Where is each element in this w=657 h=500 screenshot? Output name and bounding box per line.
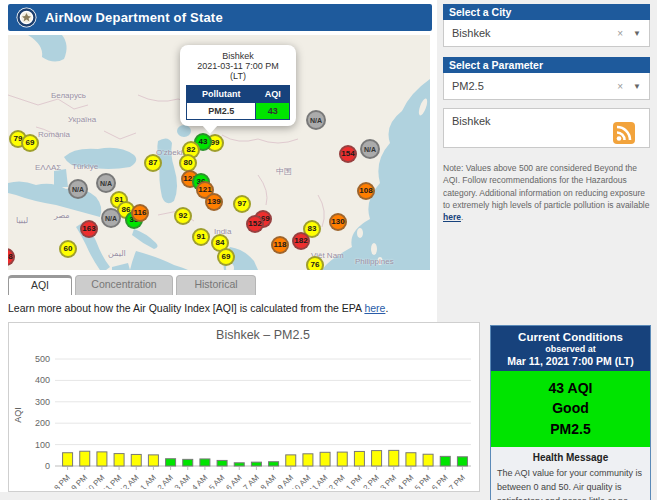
map-aqi-marker[interactable]: 154 [339, 145, 357, 163]
chart-bar [440, 456, 450, 466]
chart-bar [406, 453, 416, 466]
chart-bar [389, 450, 399, 466]
note-suffix: . [461, 212, 463, 222]
parameter-chevron-down-icon[interactable]: ▼ [633, 82, 641, 91]
chart-bar [337, 452, 347, 466]
popup-pointer [202, 125, 218, 134]
parameter-clear-icon[interactable]: × [617, 81, 623, 92]
map-aqi-marker[interactable]: 76 [306, 256, 324, 270]
current-conditions-header: Current Conditions observed at Mar 11, 2… [491, 326, 650, 371]
note-here-link[interactable]: here [443, 212, 461, 222]
chart-bar [320, 452, 330, 466]
map-aqi-marker[interactable]: 108 [357, 182, 375, 200]
map-aqi-marker[interactable]: N/A [101, 208, 121, 228]
parameter-select-value: PM2.5 [452, 80, 617, 92]
city-feed-panel: Bishkek [443, 108, 650, 148]
popup-col-pollutant: Pollutant [187, 86, 256, 103]
current-aqi-category: Good [491, 398, 650, 418]
learn-more-text: Learn more about how the Air Quality Ind… [8, 302, 478, 314]
chart-y-axis-label: AQI [13, 407, 23, 423]
select-parameter-panel: Select a Parameter PM2.5 × ▼ [443, 57, 650, 100]
map-aqi-marker[interactable]: 91 [192, 228, 210, 246]
chart-bar [286, 455, 296, 466]
current-aqi-pollutant: PM2.5 [491, 419, 650, 439]
city-clear-icon[interactable]: × [617, 28, 623, 39]
popup-aqi-value: 43 [256, 103, 290, 120]
popup-table: Pollutant AQI PM2.5 43 [186, 85, 290, 120]
tab-concentration[interactable]: Concentration [75, 275, 173, 295]
learn-more-here-link[interactable]: here [364, 302, 385, 314]
current-aqi-box: 43 AQI Good PM2.5 [491, 371, 650, 447]
chart-y-tick-label: 200 [35, 418, 50, 428]
parameter-select[interactable]: PM2.5 × ▼ [444, 73, 649, 99]
chart-bar [423, 454, 433, 466]
chart-bar [269, 462, 279, 466]
current-conditions-panel: Current Conditions observed at Mar 11, 2… [490, 325, 651, 500]
aqi-map[interactable]: БеларусьУкраїнаRomâniaΕΛΛΑΣTürkiyeO'zbek… [8, 35, 430, 270]
chart-bar [131, 454, 141, 466]
map-aqi-marker[interactable]: 116 [131, 204, 149, 222]
department-of-state-seal-icon [16, 7, 37, 28]
health-message-title: Health Message [497, 452, 644, 463]
tab-bar: AQI Concentration Historical [8, 275, 256, 295]
chart-y-tick-label: 500 [35, 354, 50, 364]
map-aqi-marker[interactable]: 60 [59, 240, 77, 258]
city-select-value: Bishkek [452, 27, 617, 39]
city-select[interactable]: Bishkek × ▼ [444, 20, 649, 46]
map-aqi-marker[interactable]: 69 [217, 248, 235, 266]
popup-pollutant-value: PM2.5 [187, 103, 256, 120]
map-aqi-marker[interactable]: N/A [360, 139, 380, 159]
map-aqi-marker[interactable]: 139 [205, 193, 223, 211]
current-aqi-value: 43 AQI [491, 378, 650, 398]
chart-bar [200, 459, 210, 466]
chart-bar [114, 454, 124, 466]
popup-datetime: 2021-03-11 7:00 PM [185, 61, 291, 71]
chart-y-tick-label: 100 [35, 440, 50, 450]
chart-bar [183, 459, 193, 466]
learn-more-body: Learn more about how the Air Quality Ind… [8, 302, 364, 314]
rss-icon[interactable] [613, 122, 635, 144]
tab-historical[interactable]: Historical [176, 275, 256, 295]
map-aqi-marker[interactable]: N/A [68, 179, 88, 199]
observed-at-label: observed at [493, 344, 648, 354]
app-title: AirNow Department of State [45, 10, 223, 25]
chart-bar [97, 452, 107, 466]
health-message-text: The AQI value for your community is betw… [497, 467, 644, 500]
note-body: Note: Values above 500 are considered Be… [443, 163, 649, 210]
chart-svg: 0100200300400500AQIBishkek – PM2.58 PM9 … [9, 323, 479, 489]
map-aqi-marker[interactable]: N/A [306, 110, 326, 130]
chart-y-tick-label: 400 [35, 375, 50, 385]
map-aqi-marker[interactable]: 163 [80, 220, 98, 238]
select-city-panel: Select a City Bishkek × ▼ [443, 4, 650, 47]
map-aqi-marker[interactable]: 69 [21, 134, 39, 152]
popup-timezone: (LT) [185, 71, 291, 81]
map-aqi-marker[interactable]: 152 [246, 215, 264, 233]
chart-bar [251, 462, 261, 466]
map-aqi-marker[interactable]: 118 [271, 236, 289, 254]
chart-bar [457, 457, 467, 466]
observed-at-datetime: Mar 11, 2021 7:00 PM (LT) [493, 355, 648, 367]
chart-bar [166, 459, 176, 466]
chart-title: Bishkek – PM2.5 [216, 328, 310, 342]
tab-aqi[interactable]: AQI [8, 275, 72, 295]
chart-bar [80, 451, 90, 466]
chart-bar [148, 455, 158, 466]
chart-bar [63, 453, 73, 466]
health-message-box: Health Message The AQI value for your co… [491, 447, 650, 500]
map-popup: Bishkek 2021-03-11 7:00 PM (LT) Pollutan… [180, 45, 296, 126]
map-aqi-marker[interactable]: 97 [233, 195, 251, 213]
map-aqi-marker[interactable]: N/A [96, 173, 116, 193]
select-city-header: Select a City [443, 4, 650, 20]
current-conditions-title: Current Conditions [493, 331, 648, 343]
chart-y-tick-label: 0 [45, 461, 50, 471]
city-chevron-down-icon[interactable]: ▼ [633, 29, 641, 38]
select-parameter-header: Select a Parameter [443, 57, 650, 73]
map-aqi-marker[interactable]: 92 [174, 207, 192, 225]
popup-city: Bishkek [185, 51, 291, 61]
chart-bar [217, 460, 227, 466]
map-aqi-marker[interactable]: 130 [329, 213, 347, 231]
map-aqi-marker[interactable]: 87 [144, 154, 162, 172]
map-aqi-marker[interactable]: 182 [292, 232, 310, 250]
chart-bar [303, 454, 313, 466]
aqi-bar-chart: 0100200300400500AQIBishkek – PM2.58 PM9 … [8, 322, 480, 492]
